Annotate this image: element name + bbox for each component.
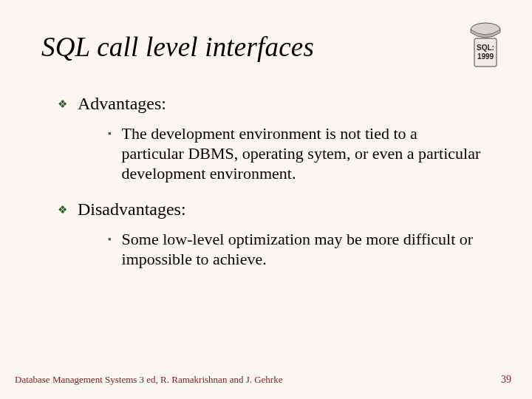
advantages-label: Advantages:	[78, 94, 166, 114]
footer-credits: Database Management Systems 3 ed, R. Ram…	[15, 374, 282, 386]
disadvantages-header: ❖ Disadvantages:	[58, 200, 499, 219]
square-bullet-icon: ▪	[108, 233, 112, 245]
advantages-item-text: The development environment is not tied …	[122, 124, 482, 183]
slide-number: 39	[501, 374, 511, 386]
content: ❖ Advantages: ▪ The development environm…	[41, 94, 499, 270]
disadvantages-item-text: Some low-level optimization may be more …	[122, 230, 482, 270]
svg-text:SQL:: SQL:	[477, 44, 494, 52]
slide: SQL: 1999 SQL call level interfaces ❖ Ad…	[0, 0, 532, 399]
footer: Database Management Systems 3 ed, R. Ram…	[15, 374, 511, 386]
square-bullet-icon: ▪	[108, 128, 112, 139]
sql-1999-badge: SQL: 1999	[463, 19, 508, 69]
svg-text:1999: 1999	[477, 52, 494, 61]
list-item: ▪ The development environment is not tie…	[108, 124, 482, 183]
disadvantages-label: Disadvantages:	[78, 200, 186, 219]
diamond-bullet-icon: ❖	[58, 98, 67, 111]
list-item: ❖ Disadvantages: ▪ Some low-level optimi…	[58, 200, 499, 270]
list-item: ❖ Advantages: ▪ The development environm…	[58, 94, 499, 183]
slide-title: SQL call level interfaces	[41, 31, 499, 63]
diamond-bullet-icon: ❖	[58, 203, 67, 216]
list-item: ▪ Some low-level optimization may be mor…	[108, 230, 482, 270]
advantages-header: ❖ Advantages:	[58, 94, 499, 114]
